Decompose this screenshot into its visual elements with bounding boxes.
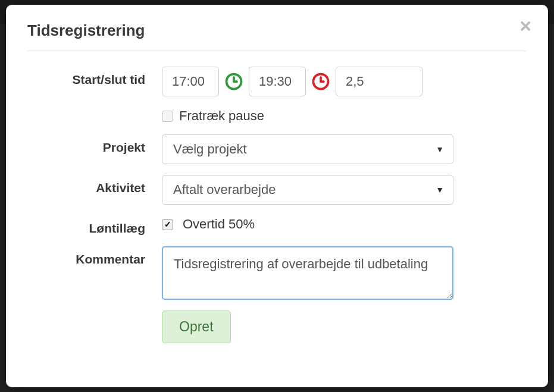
clock-start-icon[interactable] — [225, 73, 243, 90]
subtract-pause-label: Fratræk pause — [179, 108, 264, 124]
start-time-input[interactable] — [162, 67, 219, 96]
activity-select[interactable]: Aftalt overarbejde — [162, 175, 453, 205]
divider — [27, 51, 527, 51]
subtract-pause-checkbox[interactable] — [162, 111, 173, 122]
label-project: Projekt — [27, 134, 162, 155]
clock-end-icon[interactable] — [312, 73, 330, 90]
label-activity: Aktivitet — [27, 175, 162, 195]
duration-input[interactable] — [336, 67, 422, 96]
end-time-input[interactable] — [249, 67, 306, 96]
overtime-checkbox[interactable] — [162, 219, 173, 230]
label-comment: Kommentar — [27, 246, 162, 266]
comment-textarea[interactable]: Tidsregistrering af overarbejde til udbe… — [162, 246, 453, 300]
label-wage-supplement: Løntillæg — [27, 215, 162, 236]
label-start-end: Start/slut tid — [27, 67, 162, 87]
overtime-label: Overtid 50% — [183, 217, 255, 232]
submit-button[interactable]: Opret — [162, 311, 231, 343]
modal-title: Tidsregistrering — [27, 21, 527, 40]
close-button[interactable]: × — [519, 15, 531, 36]
project-select[interactable]: Vælg projekt — [162, 134, 453, 164]
time-registration-modal: × Tidsregistrering Start/slut tid — [6, 5, 548, 387]
